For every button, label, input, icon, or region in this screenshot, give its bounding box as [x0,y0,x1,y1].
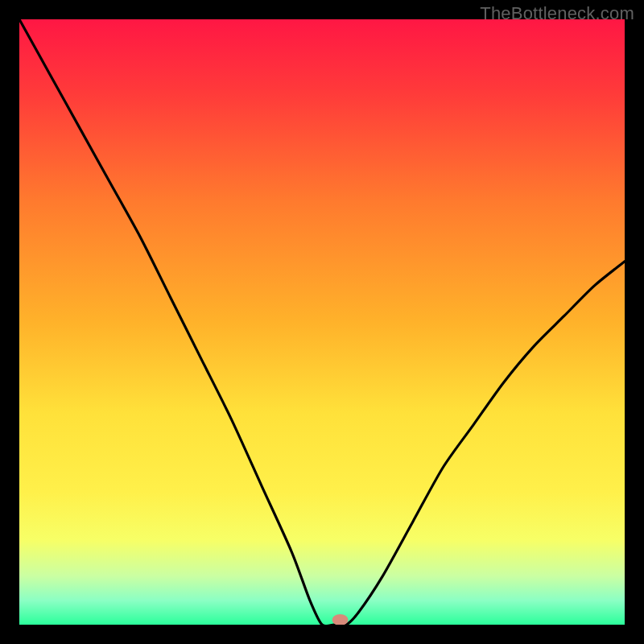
plot-area [19,19,625,625]
chart-svg [19,19,625,625]
gradient-background [19,19,625,625]
chart-frame: TheBottleneck.com [0,0,644,644]
watermark-text: TheBottleneck.com [480,3,634,24]
